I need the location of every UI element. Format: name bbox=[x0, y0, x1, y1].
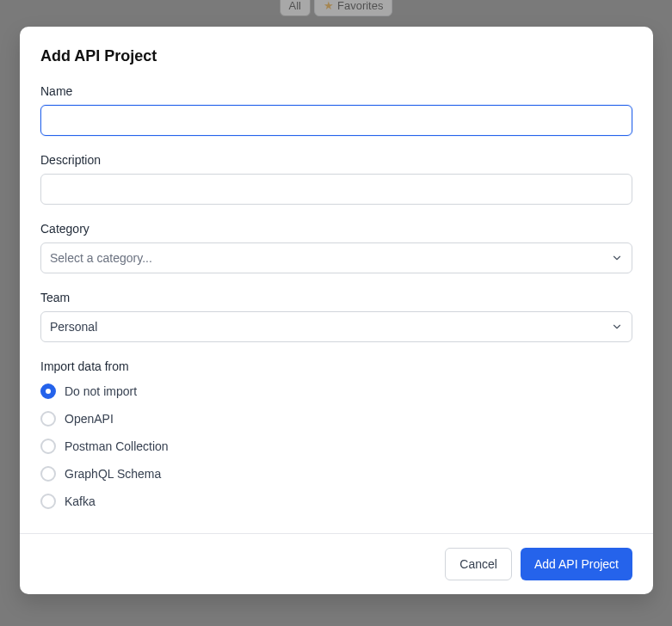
chevron-down-icon bbox=[611, 252, 623, 264]
chevron-down-icon bbox=[611, 321, 623, 333]
radio-icon bbox=[40, 411, 56, 427]
name-input[interactable] bbox=[40, 105, 632, 136]
radio-do-not-import[interactable]: Do not import bbox=[40, 384, 632, 399]
team-label: Team bbox=[40, 291, 632, 304]
import-field-group: Import data from Do not import OpenAPI P… bbox=[40, 359, 632, 509]
radio-icon bbox=[40, 439, 56, 454]
category-label: Category bbox=[40, 222, 632, 236]
name-label: Name bbox=[40, 84, 632, 98]
radio-label: GraphQL Schema bbox=[65, 467, 161, 481]
radio-postman-collection[interactable]: Postman Collection bbox=[40, 439, 632, 454]
radio-icon bbox=[40, 466, 56, 482]
team-select-value: Personal bbox=[50, 320, 97, 334]
pill-all-label: All bbox=[289, 0, 301, 12]
import-label: Import data from bbox=[40, 359, 632, 373]
modal-footer: Cancel Add API Project bbox=[20, 533, 653, 594]
description-input[interactable] bbox=[40, 174, 632, 205]
radio-icon bbox=[40, 384, 56, 399]
modal-title: Add API Project bbox=[40, 47, 632, 65]
description-field-group: Description bbox=[40, 153, 632, 205]
category-select[interactable]: Select a category... bbox=[40, 242, 632, 273]
pill-favorites-label: Favorites bbox=[337, 0, 383, 12]
description-label: Description bbox=[40, 153, 632, 167]
radio-graphql-schema[interactable]: GraphQL Schema bbox=[40, 466, 632, 482]
radio-label: OpenAPI bbox=[65, 412, 114, 426]
cancel-button[interactable]: Cancel bbox=[445, 548, 512, 580]
add-api-project-button[interactable]: Add API Project bbox=[521, 548, 632, 580]
add-api-project-modal: Add API Project Name Description Categor… bbox=[20, 27, 653, 594]
radio-openapi[interactable]: OpenAPI bbox=[40, 411, 632, 427]
radio-kafka[interactable]: Kafka bbox=[40, 494, 632, 509]
cancel-button-label: Cancel bbox=[459, 557, 497, 571]
modal-body: Add API Project Name Description Categor… bbox=[20, 27, 653, 533]
category-field-group: Category Select a category... bbox=[40, 222, 632, 273]
radio-label: Kafka bbox=[65, 494, 96, 508]
radio-label: Postman Collection bbox=[65, 439, 169, 453]
radio-icon bbox=[40, 494, 56, 509]
team-select[interactable]: Personal bbox=[40, 311, 632, 342]
radio-label: Do not import bbox=[65, 384, 137, 398]
star-icon: ★ bbox=[324, 0, 334, 12]
background-filter-pills: All ★ Favorites bbox=[280, 0, 393, 16]
category-select-value: Select a category... bbox=[50, 251, 152, 265]
import-radio-group: Do not import OpenAPI Postman Collection… bbox=[40, 384, 632, 509]
submit-button-label: Add API Project bbox=[534, 557, 619, 571]
name-field-group: Name bbox=[40, 84, 632, 136]
pill-favorites: ★ Favorites bbox=[314, 0, 392, 16]
pill-all: All bbox=[280, 0, 311, 16]
team-field-group: Team Personal bbox=[40, 291, 632, 342]
